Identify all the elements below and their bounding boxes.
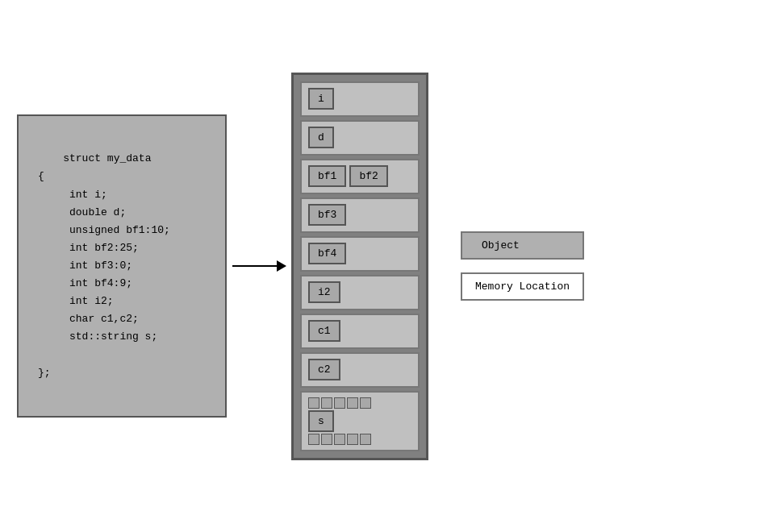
s-small-box-5 xyxy=(360,397,371,409)
memory-cell-bf2: bf2 xyxy=(349,165,387,187)
s-small-box-3 xyxy=(334,397,345,409)
s-small-boxes xyxy=(308,397,371,409)
memory-row-s: s xyxy=(300,391,420,451)
code-text: struct my_data { int i; double d; unsign… xyxy=(38,152,170,378)
arrow-container xyxy=(227,260,291,272)
s-small-box-2 xyxy=(321,397,332,409)
legend-memory-location-label: Memory Location xyxy=(475,281,570,293)
s-small-box-7 xyxy=(321,434,332,445)
memory-cell-bf4: bf4 xyxy=(308,243,346,264)
memory-cell-i2: i2 xyxy=(308,281,340,303)
arrow xyxy=(232,260,286,272)
code-box: struct my_data { int i; double d; unsign… xyxy=(17,114,227,417)
memory-column: i d bf1 bf2 bf3 bf4 i2 c1 c2 xyxy=(291,73,428,460)
memory-row-c1: c1 xyxy=(300,314,420,349)
s-small-box-9 xyxy=(347,434,358,445)
s-small-box-4 xyxy=(347,397,358,409)
arrow-head xyxy=(277,260,286,272)
memory-row-i: i xyxy=(300,81,420,117)
memory-cell-bf1: bf1 xyxy=(308,165,346,187)
s-small-box-8 xyxy=(334,434,345,445)
s-small-boxes-bottom xyxy=(308,434,371,445)
memory-cell-bf3: bf3 xyxy=(308,204,346,226)
memory-row-i2: i2 xyxy=(300,275,420,310)
s-small-box-6 xyxy=(308,434,319,445)
legend-object: Object xyxy=(461,231,584,260)
memory-row-c2: c2 xyxy=(300,352,420,388)
memory-cell-i: i xyxy=(308,88,334,110)
memory-row-bf1bf2: bf1 bf2 xyxy=(300,159,420,194)
legend-memory-location: Memory Location xyxy=(461,272,584,301)
s-small-box-1 xyxy=(308,397,319,409)
memory-cell-c1: c1 xyxy=(308,320,340,342)
arrow-line xyxy=(232,265,277,267)
memory-cell-c2: c2 xyxy=(308,359,340,380)
memory-row-bf3: bf3 xyxy=(300,197,420,233)
memory-cell-d: d xyxy=(308,127,334,148)
legend-object-label: Object xyxy=(482,239,520,251)
s-small-box-10 xyxy=(360,434,371,445)
main-layout: struct my_data { int i; double d; unsign… xyxy=(17,73,743,460)
memory-row-bf4: bf4 xyxy=(300,236,420,272)
legend: Object Memory Location xyxy=(461,231,584,301)
memory-row-d: d xyxy=(300,120,420,156)
memory-cell-s: s xyxy=(308,410,334,432)
